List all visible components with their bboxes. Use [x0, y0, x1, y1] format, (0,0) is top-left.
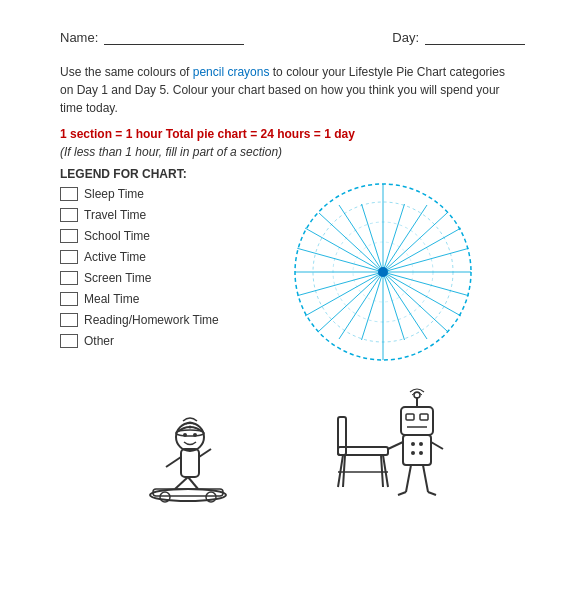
- svg-rect-57: [403, 435, 431, 465]
- list-item: Screen Time: [60, 271, 220, 285]
- pie-svg: [288, 177, 478, 367]
- day-field: Day:: [392, 30, 525, 45]
- list-item: Other: [60, 334, 220, 348]
- svg-line-35: [188, 477, 198, 489]
- svg-line-62: [388, 442, 403, 449]
- svg-line-66: [398, 492, 406, 495]
- legend-section: Sleep Time Travel Time School Time Activ…: [60, 187, 220, 357]
- illustration-row: [60, 377, 525, 507]
- legend-box-screen: [60, 271, 78, 285]
- italic-instruction: (If less than 1 hour, fill in part of a …: [60, 145, 525, 159]
- svg-point-60: [411, 451, 415, 455]
- name-label: Name:: [60, 30, 98, 45]
- skateboarder-illustration: [133, 377, 263, 507]
- svg-line-48: [343, 455, 345, 487]
- legend-box-reading: [60, 313, 78, 327]
- svg-line-64: [406, 465, 411, 492]
- svg-line-65: [423, 465, 428, 492]
- chair-robot-illustration: [293, 377, 453, 507]
- svg-rect-36: [181, 449, 199, 477]
- legend-box-school: [60, 229, 78, 243]
- svg-point-43: [176, 430, 204, 436]
- list-item: Reading/Homework Time: [60, 313, 220, 327]
- list-item: Travel Time: [60, 208, 220, 222]
- pie-container: [230, 177, 525, 357]
- day-line: [425, 31, 525, 45]
- svg-line-38: [199, 449, 211, 457]
- svg-line-67: [428, 492, 436, 495]
- legend-list: Sleep Time Travel Time School Time Activ…: [60, 187, 220, 348]
- svg-line-63: [431, 442, 443, 449]
- svg-point-61: [419, 451, 423, 455]
- list-item: Sleep Time: [60, 187, 220, 201]
- header-row: Name: Day:: [60, 30, 525, 45]
- legend-box-sleep: [60, 187, 78, 201]
- intro-paragraph: Use the same colours of pencil crayons t…: [60, 63, 525, 117]
- svg-rect-53: [420, 414, 428, 420]
- svg-line-47: [383, 455, 388, 487]
- svg-line-34: [175, 477, 188, 489]
- svg-rect-45: [338, 417, 346, 455]
- worksheet-page: Name: Day: Use the same colours of penci…: [0, 0, 585, 595]
- name-field: Name:: [60, 30, 244, 45]
- svg-point-29: [380, 270, 385, 275]
- bold-instruction: 1 section = 1 hour Total pie chart = 24 …: [60, 127, 525, 141]
- svg-point-58: [411, 442, 415, 446]
- day-label: Day:: [392, 30, 419, 45]
- intro-line1: Use the same colours of pencil crayons t…: [60, 65, 505, 115]
- svg-rect-51: [401, 407, 433, 435]
- legend-box-travel: [60, 208, 78, 222]
- name-line: [104, 31, 244, 45]
- svg-point-59: [419, 442, 423, 446]
- list-item: Meal Time: [60, 292, 220, 306]
- pie-chart: [288, 177, 468, 357]
- svg-line-49: [381, 455, 383, 487]
- legend-box-meal: [60, 292, 78, 306]
- svg-point-30: [150, 489, 226, 501]
- legend-box-active: [60, 250, 78, 264]
- list-item: School Time: [60, 229, 220, 243]
- svg-line-46: [338, 455, 343, 487]
- legend-box-other: [60, 334, 78, 348]
- svg-line-37: [166, 457, 181, 467]
- content-area: Sleep Time Travel Time School Time Activ…: [60, 187, 525, 357]
- svg-rect-52: [406, 414, 414, 420]
- list-item: Active Time: [60, 250, 220, 264]
